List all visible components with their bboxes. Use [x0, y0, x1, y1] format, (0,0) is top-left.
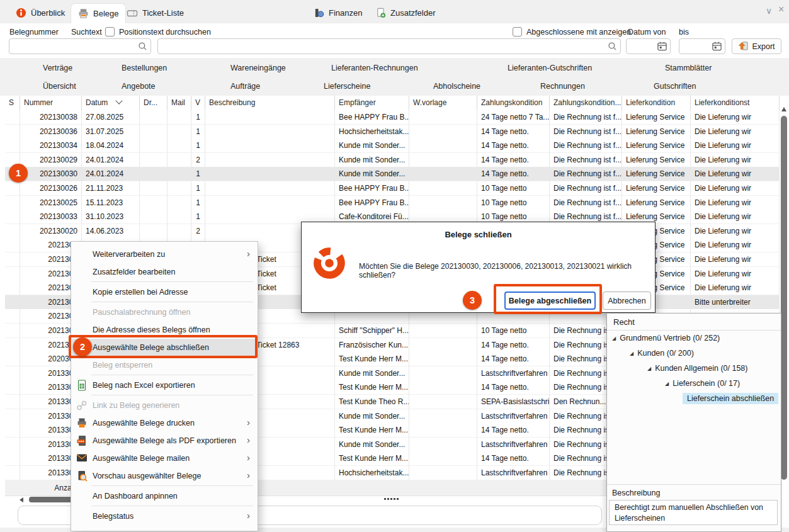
suchtext-input[interactable] — [157, 38, 621, 54]
doc-tab-wareneingänge[interactable]: Wareneingänge — [230, 64, 286, 72]
doc-tab-stammblätter[interactable]: Stammblätter — [665, 64, 712, 72]
doc-tab-lieferanten-rechnungen[interactable]: Lieferanten-Rechnungen — [331, 64, 418, 72]
datum-bis-input[interactable] — [679, 38, 725, 54]
tree-item-kunden-allgemein-0-158-[interactable]: ◢Kunden Allgemein (0/ 158) — [647, 361, 747, 375]
cell-dr — [140, 110, 167, 125]
abgeschlossene-checkbox[interactable] — [513, 27, 522, 37]
menu-item-ausgewählte-belege-mailen[interactable]: Ausgewählte Belege mailen› — [72, 450, 257, 467]
column-header-label: Datum — [86, 98, 108, 107]
table-row[interactable]: 20213002621.11.20231Bee HAPPY Frau B...1… — [5, 181, 780, 196]
tree-item-grundmenü-vertrieb-0-252-[interactable]: ◢Grundmenü Vertrieb (0/ 252) — [612, 331, 720, 345]
menu-item-beleg-entsperren[interactable]: Beleg entsperren — [72, 356, 257, 374]
column-header-beschreibung[interactable]: Beschreibung — [205, 96, 335, 110]
doc-tab-aufträge[interactable]: Aufträge — [230, 82, 260, 91]
tree-expanded-icon[interactable]: ◢ — [647, 366, 651, 371]
top-tab-belege[interactable]: Belege — [71, 3, 126, 23]
cell-nummer: 202130026 — [20, 181, 82, 196]
doc-tab-angebote[interactable]: Angebote — [122, 82, 156, 91]
top-tab-ticket-liste[interactable]: Ticket-Liste — [120, 3, 191, 23]
doc-tab-lieferanten-gutschriften[interactable]: Lieferanten-Gutschriften — [508, 64, 592, 72]
menu-item-pauschalabrechnung-öffnen[interactable]: Pauschalabrechnung öffnen — [72, 303, 257, 321]
scroll-up-arrow-icon[interactable] — [781, 107, 786, 111]
positionstext-checkbox[interactable] — [105, 27, 115, 37]
tree-item-lieferschein-abschließen[interactable]: Lieferschein abschließen — [683, 392, 778, 405]
close-icon[interactable]: × — [778, 5, 784, 14]
menu-item-an-dashboard-anpinnen[interactable]: An Dashboard anpinnen — [72, 487, 257, 505]
vertical-scrollbar[interactable] — [781, 116, 787, 480]
top-tab-finanzen[interactable]: Finanzen — [307, 3, 369, 23]
doc-tab-lieferscheine[interactable]: Lieferscheine — [324, 82, 370, 91]
doc-tab-übersicht[interactable]: Übersicht — [43, 82, 76, 91]
menu-item-ausgewählte-belege-als-pdf-exportieren[interactable]: Ausgewählte Belege als PDF exportieren› — [72, 432, 257, 450]
tree-item-kunden-0-200-[interactable]: ◢Kunden (0/ 200) — [630, 346, 694, 360]
table-row[interactable]: 20213003418.04.20241Kunde mit Sonder...1… — [5, 139, 780, 153]
tree-expanded-icon[interactable]: ◢ — [612, 336, 616, 341]
column-header-lieferkondition[interactable]: Lieferkondition — [622, 96, 691, 110]
cell-s — [5, 380, 20, 395]
cell-empfaenger: Schiff "Schipper" H... — [335, 324, 409, 338]
table-header-row: SNummerDatumDr...MailVBeschreibungEmpfän… — [5, 96, 780, 111]
chevron-right-icon: › — [247, 452, 250, 463]
menu-item-ausgewählte-belege-drucken[interactable]: Ausgewählte Belege drucken› — [72, 414, 257, 432]
table-row[interactable]: 20213003827.08.20251Bee HAPPY Frau B...2… — [5, 110, 780, 125]
tree-item-label: Kunden (0/ 200) — [637, 349, 694, 358]
column-header-label: V — [195, 98, 200, 107]
cell-zahlungskondition: Lastschriftverfahren — [477, 366, 550, 381]
column-header-empfaenger[interactable]: Empfänger — [335, 96, 409, 110]
column-header-s[interactable]: S — [5, 96, 20, 110]
doc-tab-abholscheine[interactable]: Abholscheine — [433, 82, 480, 91]
column-header-v[interactable]: V — [191, 96, 205, 110]
cell-lieferkonditionstext: Die Lieferung wir — [691, 110, 780, 125]
menu-item-belegstatus[interactable]: Belegstatus› — [72, 507, 257, 525]
splitter-drag-handle[interactable] — [384, 498, 399, 500]
tree-item-lieferschein-0-17-[interactable]: ◢Lieferschein (0/ 17) — [665, 376, 740, 390]
ticket-icon — [127, 8, 138, 18]
menu-item-link-zu-beleg-generieren[interactable]: Link zu Beleg generieren — [72, 397, 257, 414]
menu-item-kopie-erstellen-bei-adresse[interactable]: Kopie erstellen bei Adresse — [72, 283, 257, 301]
top-tab-zusatzfelder[interactable]: Zusatzfelder — [368, 3, 443, 23]
cell-datum: 24.01.2024 — [82, 153, 140, 167]
abbrechen-button[interactable]: Abbrechen — [603, 291, 651, 310]
column-header-mail[interactable]: Mail — [167, 96, 191, 110]
datum-von-input[interactable] — [626, 38, 671, 54]
tree-expanded-icon[interactable]: ◢ — [665, 381, 669, 387]
cell-mail — [167, 224, 191, 239]
column-header-dr[interactable]: Dr... — [140, 96, 167, 110]
table-row[interactable]: 20213002515.11.20231Bee HAPPY Frau B...1… — [5, 196, 780, 210]
menu-item-label: Beleg entsperren — [93, 361, 152, 370]
table-row[interactable]: 20213003024.01.20241Kunde mit Sonder...1… — [5, 167, 780, 181]
menu-item-weiterverarbeiten-zu[interactable]: Weiterverarbeiten zu› — [72, 246, 257, 263]
export-button[interactable]: Export — [732, 38, 781, 54]
top-tab--berblick[interactable]: Überblick — [9, 3, 72, 23]
cell-s — [5, 267, 20, 281]
menu-item-vorschau-ausgewählter-belege[interactable]: Vorschau ausgewählter Belege› — [72, 467, 257, 485]
column-header-zahlungskondition2[interactable]: Zahlungskondition... — [550, 96, 622, 110]
menu-item-zusatzfelder-bearbeiten[interactable]: Zusatzfelder bearbeiten — [72, 263, 257, 281]
tree-expanded-icon[interactable]: ◢ — [630, 351, 633, 356]
doc-tab-gutschriften[interactable]: Gutschriften — [654, 82, 696, 91]
chevron-down-icon[interactable]: ∨ — [766, 6, 772, 15]
menu-item-label: Zusatzfelder bearbeiten — [93, 268, 175, 276]
belegnummer-input[interactable] — [9, 38, 151, 54]
cell-nummer: 202130038 — [20, 110, 82, 125]
scroll-left-arrow-icon[interactable] — [20, 497, 23, 502]
menu-item-label: Kopie erstellen bei Adresse — [93, 288, 188, 297]
doc-tab-bestellungen[interactable]: Bestellungen — [122, 64, 167, 72]
table-row[interactable]: 20213003631.07.20251Hochsicherheitstak..… — [5, 125, 780, 139]
column-header-datum[interactable]: Datum — [82, 96, 140, 110]
column-header-nummer[interactable]: Nummer — [20, 96, 82, 110]
doc-tab-rechnungen[interactable]: Rechnungen — [540, 82, 585, 91]
column-header-wvorlage[interactable]: W.vorlage — [409, 96, 477, 110]
cell-zahlungskondition: 24 Tage netto 7 Ta... — [477, 110, 550, 125]
cell-s — [5, 139, 20, 153]
cell-dr — [140, 210, 167, 224]
column-header-zahlungskondition[interactable]: Zahlungskondition — [477, 96, 550, 110]
cell-dr — [140, 196, 167, 210]
menu-item-beleg-nach-excel-exportieren[interactable]: Beleg nach Excel exportieren — [72, 376, 257, 394]
column-header-lieferkonditionstext[interactable]: Lieferkonditionst — [691, 96, 780, 110]
doc-tab-verträge[interactable]: Verträge — [43, 64, 72, 72]
table-row[interactable]: 20213002924.01.20242Kunde mit Sonder...1… — [5, 153, 780, 167]
cell-zahlungskondition: 14 Tage netto. — [477, 139, 550, 153]
chevron-right-icon: › — [247, 417, 250, 427]
cell-lieferkonditionstext: Die Lieferung wir — [691, 139, 780, 153]
